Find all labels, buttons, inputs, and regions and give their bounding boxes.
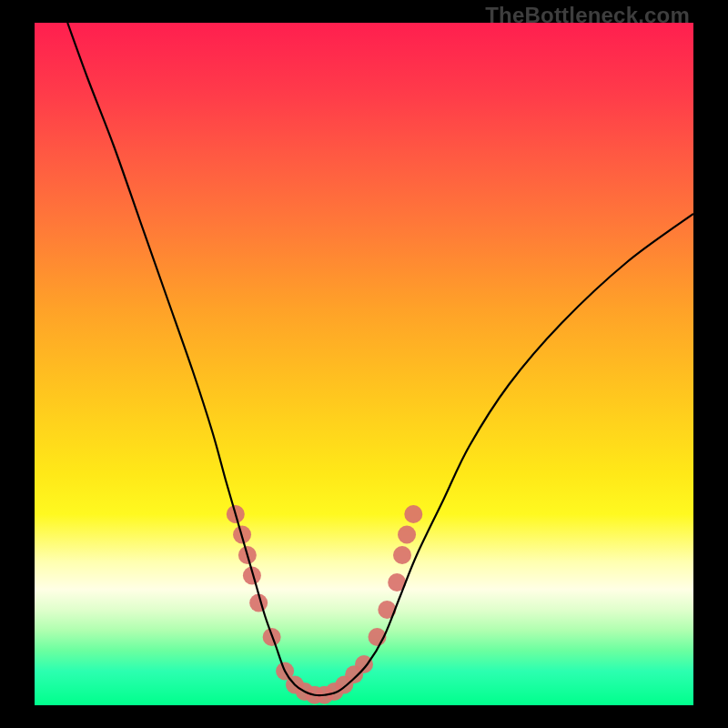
bottleneck-curve [67,23,693,695]
plot-area [35,23,693,705]
data-markers [227,505,422,704]
data-marker [404,505,422,523]
data-marker [355,655,373,673]
data-marker [393,546,411,564]
chart-container: TheBottleneck.com [0,0,728,728]
data-marker [398,526,416,544]
watermark-text: TheBottleneck.com [485,3,690,28]
curve-layer [35,23,693,705]
